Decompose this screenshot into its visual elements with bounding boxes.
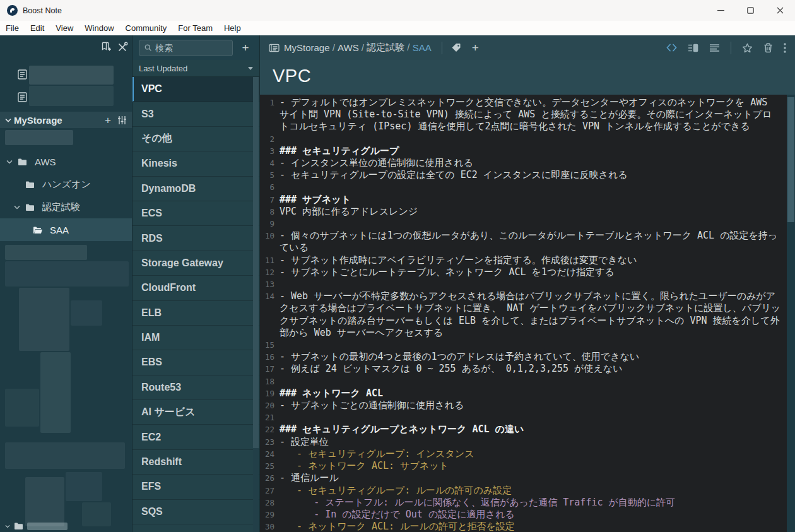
editor-line[interactable]: 5 - セキュリティグループの設定は全ての EC2 インスタンスに即座に反映され…	[260, 169, 795, 181]
note-list-item[interactable]: AI サービス	[132, 400, 259, 425]
editor-line[interactable]: 23 - 設定単位	[260, 436, 795, 448]
menu-item[interactable]: For Team	[172, 21, 218, 35]
folder-tree-item[interactable]: AWS	[0, 150, 132, 173]
search-input[interactable]	[155, 43, 227, 53]
scrollbar-thumb[interactable]	[787, 97, 794, 222]
breadcrumb-item[interactable]: AWS /	[338, 42, 367, 53]
editor-line[interactable]: 10 - 個々のサブネットには1つの仮想ルータがあり、このルータがルートテーブル…	[260, 230, 795, 254]
editor-line[interactable]: 7 ### サブネット	[260, 194, 795, 206]
note-list-item[interactable]: Redshift	[132, 450, 259, 475]
editor-line[interactable]: 4 - インスタンス単位の通信制御に使用される	[260, 157, 795, 169]
folder-tree-item[interactable]: SAA	[0, 218, 132, 241]
search-box[interactable]	[139, 40, 233, 56]
preview-mode-icon[interactable]	[709, 44, 720, 52]
trash-icon[interactable]	[763, 43, 773, 53]
editor-line[interactable]: 9	[260, 218, 795, 230]
menu-item[interactable]: Window	[79, 21, 119, 35]
redacted-block	[5, 442, 125, 469]
folder-name: 認定試験	[42, 201, 80, 213]
editor-line[interactable]: 6	[260, 181, 795, 193]
note-list-scrollbar[interactable]	[253, 77, 259, 532]
minimize-button[interactable]	[706, 0, 736, 21]
note-list-item[interactable]: S3	[132, 102, 259, 126]
document-title[interactable]: VPC	[273, 66, 795, 86]
breadcrumb-item[interactable]: 認定試験 /	[367, 42, 413, 54]
editor-line[interactable]: 30 - ネットワーク ACL: ルールの許可と拒否を設定	[260, 521, 795, 532]
note-list-item[interactable]: EBS	[132, 350, 259, 375]
editor-line[interactable]: 1 - デフォルトではオンプレミスネットワークと交信できない。データセンターやオ…	[260, 97, 795, 133]
editor-line[interactable]: 29 - In の設定だけで Out の設定に適用される	[260, 509, 795, 521]
redacted-block	[5, 389, 39, 427]
editor-line[interactable]: 21	[260, 411, 795, 423]
edit-mode-icon[interactable]	[666, 44, 677, 52]
close-button[interactable]	[765, 0, 795, 21]
editor-scrollbar[interactable]	[787, 95, 795, 532]
add-storage-icon[interactable]	[100, 41, 112, 52]
editor-line[interactable]: 28 - ステートフル: ルールに関係なく、返信があった通信 Traffic が…	[260, 497, 795, 509]
add-tag-button[interactable]: +	[472, 42, 479, 54]
note-title: DynamoDB	[141, 183, 196, 194]
chevron-down-icon[interactable]	[6, 160, 18, 164]
note-list-item[interactable]: Kinesis	[132, 151, 259, 176]
editor-line[interactable]: 12 - サブネットごとにルートテーブル、ネットワーク ACL を1つだけ指定す…	[260, 266, 795, 278]
editor-line[interactable]: 13	[260, 278, 795, 290]
shortcut-note-icon[interactable]	[18, 92, 27, 102]
tags-icon[interactable]	[451, 43, 462, 52]
note-list-item[interactable]: EFS	[132, 475, 259, 499]
folder-tree-item[interactable]: ハンズオン	[0, 173, 132, 196]
note-list-item[interactable]: IAM	[132, 326, 259, 350]
editor-line[interactable]: 14 - Web サーバーが不特定多数からアクセスされる場合はパブリックサブネッ…	[260, 290, 795, 339]
note-list-item[interactable]: RDS	[132, 226, 259, 251]
editor-line[interactable]: 27 - セキュリティグループ: ルールの許可のみ設定	[260, 485, 795, 497]
editor-line[interactable]: 3 ### セキュリティグループ	[260, 145, 795, 157]
note-list-item[interactable]: DynamoDB	[132, 177, 259, 201]
scrollbar-thumb[interactable]	[253, 77, 259, 448]
menu-item[interactable]: Community	[120, 21, 173, 35]
new-note-button[interactable]: +	[238, 41, 253, 55]
note-list-item[interactable]: ECS	[132, 201, 259, 226]
editor-line[interactable]: 16 - サブネットの最初の4つと最後の1つのアドレスは予約されていて、使用でき…	[260, 351, 795, 363]
editor-line[interactable]: 25 - ネットワーク ACL: サブネット	[260, 460, 795, 472]
editor-line[interactable]: 22 ### セキュリティグループとネットワーク ACL の違い	[260, 423, 795, 435]
folder-tree-item[interactable]: 認定試験	[0, 196, 132, 218]
bookmark-star-icon[interactable]	[742, 43, 753, 53]
kebab-menu-icon[interactable]	[784, 43, 786, 53]
note-list-item[interactable]: ELB	[132, 301, 259, 326]
sort-dropdown[interactable]: Last Updated	[132, 60, 259, 77]
editor-line[interactable]: 18	[260, 375, 795, 387]
storage-header[interactable]: MyStorage +	[0, 112, 132, 128]
menu-item[interactable]: File	[0, 21, 25, 35]
shortcut-note-icon[interactable]	[18, 69, 27, 80]
menu-item[interactable]: Help	[218, 21, 247, 35]
breadcrumb-item[interactable]: SAA	[413, 42, 432, 53]
add-folder-button[interactable]: +	[105, 115, 111, 126]
maximize-button[interactable]	[736, 0, 765, 21]
note-list-item[interactable]: CloudFront	[132, 276, 259, 300]
note-list-item[interactable]: その他	[132, 127, 259, 151]
settings-tools-icon[interactable]	[117, 41, 129, 52]
line-number: 2	[260, 133, 280, 145]
editor-line[interactable]: 20 - サブネットごとの通信制御に使用される	[260, 399, 795, 411]
chevron-down-icon[interactable]	[14, 205, 25, 210]
editor-line[interactable]: 19 ### ネットワーク ACL	[260, 387, 795, 399]
note-list-item[interactable]: Storage Gateway	[132, 251, 259, 276]
editor-line[interactable]: 24 - セキュリティグループ: インスタンス	[260, 448, 795, 460]
note-list-item[interactable]: VPC	[132, 77, 259, 102]
folder-tree-item-partial[interactable]	[5, 522, 68, 530]
menu-item[interactable]: View	[50, 21, 79, 35]
editor-line[interactable]: 17 - 例えば 24 ビットマスクは 0 ~ 255 あるが、 0,1,2,3…	[260, 363, 795, 375]
split-view-icon[interactable]	[688, 44, 698, 52]
breadcrumb-item[interactable]: MyStorage /	[284, 42, 338, 53]
menu-item[interactable]: Edit	[25, 21, 50, 35]
note-list-item[interactable]: SQS	[132, 500, 259, 524]
note-list-item[interactable]: Route53	[132, 375, 259, 400]
editor-line[interactable]: 2	[260, 133, 795, 145]
markdown-editor[interactable]: 1 - デフォルトではオンプレミスネットワークと交信できない。データセンターやオ…	[260, 95, 795, 532]
note-list-item[interactable]: EC2	[132, 425, 259, 449]
editor-line[interactable]: 11 - サブネット作成時にアベイラビリティゾーンを指定する。作成後は変更できな…	[260, 254, 795, 266]
folder-name: SAA	[50, 225, 69, 235]
filter-sliders-icon[interactable]	[117, 115, 127, 125]
editor-line[interactable]: 15	[260, 339, 795, 351]
editor-line[interactable]: 8 VPC 内部に作るアドレスレンジ	[260, 206, 795, 218]
editor-line[interactable]: 26 - 通信ルール	[260, 472, 795, 484]
